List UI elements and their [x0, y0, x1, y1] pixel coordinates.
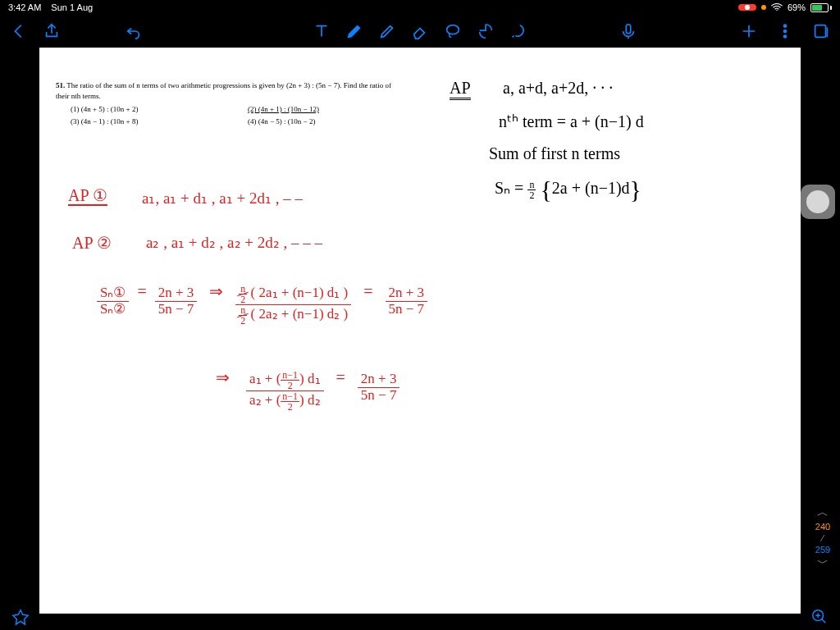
page-total: 259	[815, 545, 830, 555]
eraser-tool-button[interactable]	[411, 22, 429, 40]
final-equation: ⇒ a₁ + (n−12) d₁ a₂ + (n−12) d₂ = 2n + 3…	[216, 368, 399, 412]
pen-tool-button[interactable]	[345, 22, 363, 40]
question-number: 51.	[56, 81, 65, 89]
ink-tool-button[interactable]	[509, 22, 527, 40]
page-slash: ∕	[822, 533, 824, 543]
sum-first-n-label: Sum of first n terms	[489, 144, 620, 163]
toolbar	[0, 15, 840, 48]
assistive-touch-button[interactable]	[801, 185, 835, 219]
svg-point-1	[447, 25, 459, 34]
add-button[interactable]	[740, 22, 758, 40]
page-down-button[interactable]: ﹀	[817, 556, 829, 571]
ratio-equation: Sₙ①Sₙ② = 2n + 35n − 7 ⇒ n2 ( 2a₁ + (n−1)…	[97, 281, 427, 326]
undo-button[interactable]	[125, 22, 143, 40]
svg-point-0	[776, 10, 777, 11]
bottom-bar	[0, 604, 840, 630]
zoom-in-button[interactable]	[810, 608, 829, 626]
sn-formula: Sₙ = n2 {2a + (n−1)d}	[495, 176, 641, 203]
screen-record-indicator[interactable]	[738, 4, 756, 11]
status-time: 3:42 AM	[8, 2, 41, 12]
share-button[interactable]	[43, 22, 61, 40]
text-tool-button[interactable]	[313, 22, 331, 40]
status-date: Sun 1 Aug	[51, 2, 93, 12]
ap1-heading: AP ①	[68, 185, 107, 205]
status-bar: 3:42 AM Sun 1 Aug 69%	[0, 0, 840, 15]
svg-rect-6	[815, 25, 826, 38]
wifi-icon	[771, 3, 783, 11]
lasso-tool-button[interactable]	[444, 22, 462, 40]
question-text: The ratio of the sum of n terms of two a…	[56, 81, 391, 100]
highlighter-tool-button[interactable]	[378, 22, 396, 40]
svg-marker-7	[13, 610, 28, 624]
option-1: (1) (4n + 5) : (10n + 2)	[71, 104, 223, 115]
svg-point-3	[784, 25, 787, 27]
page-current: 240	[815, 522, 830, 532]
page-navigator: ︿ 240 ∕ 259 ﹀	[809, 505, 837, 571]
option-2: (2) (4n + 1) : (10n − 12)	[248, 104, 400, 115]
battery-icon	[810, 3, 832, 12]
ap-sequence: a, a+d, a+2d, · · ·	[503, 79, 613, 98]
ap2-heading: AP ②	[72, 233, 112, 253]
ap2-sequence: a₂ , a₁ + d₂ , a₂ + 2d₂ , – – –	[146, 233, 322, 252]
note-canvas[interactable]: 51. The ratio of the sum of n terms of t…	[39, 48, 801, 614]
shapes-tool-button[interactable]	[477, 22, 495, 40]
bookmark-button[interactable]	[11, 608, 30, 626]
ap-heading: AP	[450, 79, 471, 98]
nth-term-formula: nᵗʰ term = a + (n−1) d	[499, 112, 644, 131]
problem-block: 51. The ratio of the sum of n terms of t…	[56, 80, 400, 126]
more-button[interactable]	[776, 22, 794, 40]
microphone-button[interactable]	[619, 22, 637, 40]
option-3: (3) (4n − 1) : (10n + 8)	[71, 116, 223, 127]
ap1-sequence: a₁, a₁ + d₁ , a₁ + 2d₁ , – –	[142, 189, 303, 208]
page-up-button[interactable]: ︿	[817, 505, 829, 520]
option-4: (4) (4n − 5) : (10n − 2)	[248, 116, 400, 127]
svg-point-5	[784, 35, 787, 38]
svg-point-4	[784, 30, 787, 33]
pages-view-button[interactable]	[812, 22, 830, 40]
mic-in-use-dot	[761, 5, 766, 10]
back-button[interactable]	[10, 22, 28, 40]
battery-percent: 69%	[788, 2, 806, 12]
svg-rect-2	[626, 25, 631, 34]
